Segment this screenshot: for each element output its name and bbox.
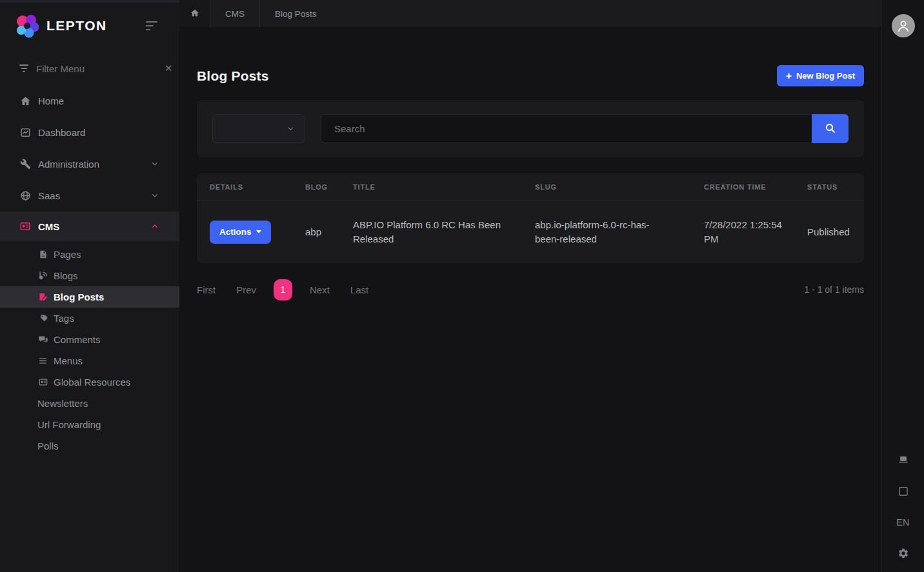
sidebar-item-label: Tags xyxy=(54,313,74,324)
home-icon xyxy=(190,8,199,19)
sidebar-item-newsletters[interactable]: Newsletters xyxy=(0,393,179,414)
sidebar-item-url-forwarding[interactable]: Url Forwarding xyxy=(0,414,179,435)
table-row: Actions abp ABP.IO Platform 6.0 RC Has B… xyxy=(197,201,864,263)
page-title: Blog Posts xyxy=(197,68,269,84)
chart-icon xyxy=(19,127,31,138)
file-pen-icon xyxy=(37,292,48,302)
pagination-next[interactable]: Next xyxy=(310,284,330,295)
sidebar-item-label: Blogs xyxy=(54,270,78,281)
breadcrumb-item-cms[interactable]: CMS xyxy=(210,0,259,27)
app-window: LEPTON ✕ Home Dashboar xyxy=(0,0,924,572)
sidebar-item-comments[interactable]: Comments xyxy=(0,329,179,350)
blog-icon xyxy=(37,271,48,281)
search-button[interactable] xyxy=(812,114,849,143)
breadcrumb-item-blog-posts[interactable]: Blog Posts xyxy=(260,0,332,27)
filter-menu-row: ✕ xyxy=(0,54,179,83)
user-avatar[interactable] xyxy=(892,14,915,37)
search-input[interactable] xyxy=(321,114,812,143)
breadcrumb: CMS Blog Posts xyxy=(179,0,881,28)
sidebar-item-menus[interactable]: Menus xyxy=(0,350,179,371)
sidebar-item-label: Dashboard xyxy=(38,127,159,138)
sidebar-item-home[interactable]: Home xyxy=(0,85,179,117)
pagination: First Prev 1 Next Last 1 - 1 of 1 items xyxy=(197,279,864,301)
pagination-last[interactable]: Last xyxy=(350,284,368,295)
home-icon xyxy=(19,95,31,106)
sidebar-item-administration[interactable]: Administration xyxy=(0,148,179,180)
cell-creation-time: 7/28/2022 1:25:54 PM xyxy=(704,201,807,263)
sidebar-item-label: Menus xyxy=(54,355,83,366)
sidebar-item-blog-posts[interactable]: Blog Posts xyxy=(0,286,179,308)
table-header-row: DETAILS BLOG TITLE SLUG CREATION TIME ST… xyxy=(197,173,864,201)
filter-menu-input[interactable] xyxy=(36,63,165,74)
chevron-down-icon xyxy=(151,190,159,201)
search-icon xyxy=(825,123,836,135)
cell-blog: abp xyxy=(305,201,353,263)
laptop-icon[interactable] xyxy=(897,455,910,466)
new-blog-post-button[interactable]: + New Blog Post xyxy=(777,65,864,86)
cms-submenu: Pages Blogs Blog Posts xyxy=(0,241,179,457)
new-blog-post-label: New Blog Post xyxy=(796,71,855,81)
column-header-status: STATUS xyxy=(807,173,851,201)
column-header-blog: BLOG xyxy=(305,173,353,201)
title-row: Blog Posts + New Blog Post xyxy=(197,65,864,86)
right-toolbar-bottom: EN xyxy=(896,455,910,559)
sidebar-collapse-icon[interactable] xyxy=(143,19,160,33)
chevron-down-icon xyxy=(151,159,159,170)
column-header-slug: SLUG xyxy=(535,173,704,201)
chevron-up-icon xyxy=(151,221,159,232)
sidebar-item-saas[interactable]: Saas xyxy=(0,180,179,212)
filter-icon xyxy=(19,64,28,72)
sidebar-item-label: Saas xyxy=(38,190,151,201)
sidebar-item-blogs[interactable]: Blogs xyxy=(0,265,179,286)
sidebar-item-tags[interactable]: Tags xyxy=(0,308,179,329)
caret-down-icon xyxy=(256,230,261,233)
pagination-summary: 1 - 1 of 1 items xyxy=(804,284,864,295)
main-area: CMS Blog Posts Blog Posts + New Blog Pos… xyxy=(179,0,881,572)
sidebar-nav: Home Dashboard Administration xyxy=(0,85,179,572)
sidebar-item-label: Administration xyxy=(38,159,151,170)
cell-status: Published xyxy=(807,201,851,263)
sidebar-item-dashboard[interactable]: Dashboard xyxy=(0,117,179,148)
brand-name: LEPTON xyxy=(46,18,143,34)
sidebar-item-global-resources[interactable]: Global Resources xyxy=(0,371,179,393)
plus-icon: + xyxy=(786,71,792,81)
file-icon xyxy=(37,250,48,259)
fullscreen-icon[interactable] xyxy=(898,486,909,497)
sidebar-item-label: Home xyxy=(38,95,159,106)
column-header-title: TITLE xyxy=(353,173,535,201)
column-header-creation-time: CREATION TIME xyxy=(704,173,807,201)
lepton-logo-icon xyxy=(14,13,40,39)
page-content: Blog Posts + New Blog Post xyxy=(179,28,881,572)
sidebar-item-polls[interactable]: Polls xyxy=(0,435,179,457)
chevron-down-icon xyxy=(287,123,294,134)
cell-slug: abp.io-platform-6.0-rc-has-been-released xyxy=(535,201,704,263)
sidebar-item-label: Pages xyxy=(54,249,81,260)
sidebar-item-cms[interactable]: CMS xyxy=(0,212,179,241)
search-card xyxy=(197,100,864,157)
pagination-first[interactable]: First xyxy=(197,284,216,295)
sidebar-item-label: Url Forwarding xyxy=(37,419,101,430)
search-group xyxy=(321,114,849,143)
language-selector[interactable]: EN xyxy=(896,517,910,528)
pagination-page-1[interactable]: 1 xyxy=(274,279,292,301)
sidebar-item-label: CMS xyxy=(38,221,151,232)
sidebar: LEPTON ✕ Home Dashboar xyxy=(0,0,179,572)
sidebar-item-pages[interactable]: Pages xyxy=(0,244,179,265)
filter-close-icon[interactable]: ✕ xyxy=(165,63,173,74)
pagination-prev[interactable]: Prev xyxy=(236,284,256,295)
sidebar-item-label: Global Resources xyxy=(54,377,130,388)
cell-title: ABP.IO Platform 6.0 RC Has Been Released xyxy=(353,201,535,263)
globe-icon xyxy=(19,190,31,201)
filter-select[interactable] xyxy=(212,114,305,143)
newspaper-icon xyxy=(37,377,48,387)
blog-posts-table: DETAILS BLOG TITLE SLUG CREATION TIME ST… xyxy=(197,173,864,263)
comments-icon xyxy=(37,335,48,344)
wrench-icon xyxy=(19,159,31,170)
actions-label: Actions xyxy=(219,227,252,237)
sidebar-item-label: Polls xyxy=(37,440,59,451)
breadcrumb-home[interactable] xyxy=(179,0,210,27)
row-actions-button[interactable]: Actions xyxy=(210,221,271,244)
cell-details: Actions xyxy=(210,201,305,263)
gear-icon[interactable] xyxy=(898,547,909,559)
bars-icon xyxy=(37,357,48,365)
